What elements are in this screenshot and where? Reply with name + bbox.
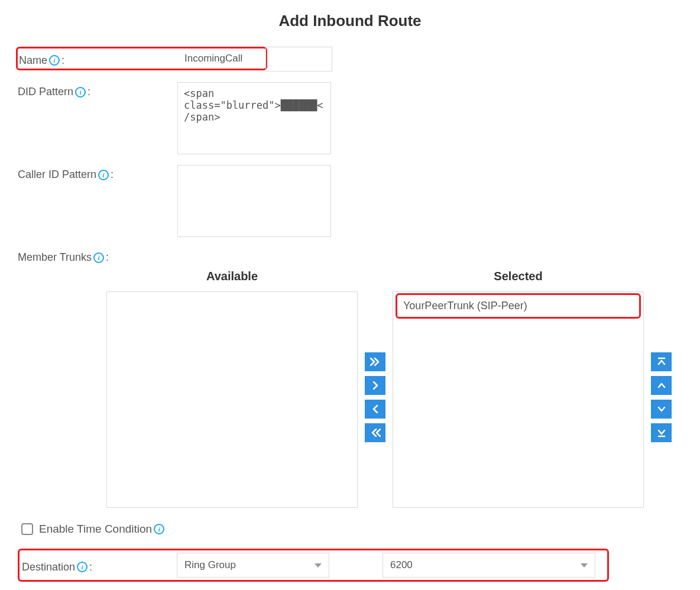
destination-label-wrap: Destination i : [22, 557, 177, 573]
destination-target-value: 6200 [390, 559, 413, 571]
enable-time-condition-label: Enable Time Condition i [39, 523, 166, 536]
colon: : [111, 168, 114, 181]
name-label: Name [19, 54, 47, 67]
reorder-buttons [651, 352, 672, 442]
available-listbox[interactable] [106, 291, 358, 508]
info-icon[interactable]: i [154, 524, 164, 534]
member-trunks-label-wrap: Member Trunks i : [18, 248, 177, 264]
member-trunks-transfer: Available Selected YourPeerTrunk (SIP-Pe… [106, 270, 682, 508]
chevron-down-icon [315, 563, 322, 568]
chevron-down-icon [581, 563, 588, 568]
page-title: Add Inbound Route [18, 12, 682, 30]
move-bottom-button[interactable] [651, 423, 672, 442]
destination-row: Destination i : Ring Group 6200 [18, 549, 609, 582]
destination-target-select[interactable]: 6200 [383, 553, 595, 578]
list-item[interactable]: YourPeerTrunk (SIP-Peer) [400, 297, 637, 315]
colon: : [89, 561, 92, 573]
name-input-tail[interactable] [265, 47, 332, 72]
member-trunks-label: Member Trunks [18, 251, 92, 264]
colon: : [106, 251, 109, 264]
move-buttons [365, 352, 385, 442]
available-header: Available [206, 270, 258, 283]
name-label-wrap: Name i : [19, 51, 179, 67]
cid-label: Caller ID Pattern [18, 168, 96, 181]
colon: : [61, 54, 64, 67]
name-input[interactable] [179, 50, 264, 67]
destination-type-value: Ring Group [184, 559, 236, 571]
info-icon[interactable]: i [49, 55, 60, 66]
info-icon[interactable]: i [93, 252, 104, 263]
move-right-button[interactable] [365, 376, 385, 395]
destination-label: Destination [22, 561, 75, 573]
cid-label-wrap: Caller ID Pattern i : [18, 165, 177, 181]
time-condition-label-text: Enable Time Condition [39, 523, 152, 536]
move-up-button[interactable] [651, 376, 672, 395]
info-icon[interactable]: i [77, 562, 88, 572]
move-all-right-button[interactable] [365, 352, 385, 371]
did-pattern-input[interactable]: <span class="blurred">██████</span> [177, 82, 331, 154]
selected-listbox[interactable]: YourPeerTrunk (SIP-Peer) [393, 291, 644, 508]
info-icon[interactable]: i [98, 170, 109, 180]
did-label: DID Pattern [18, 86, 73, 98]
move-down-button[interactable] [651, 400, 672, 419]
move-all-left-button[interactable] [365, 423, 385, 442]
destination-type-select[interactable]: Ring Group [177, 553, 329, 578]
colon: : [88, 86, 90, 98]
cid-pattern-input[interactable] [177, 165, 331, 237]
info-icon[interactable]: i [75, 87, 86, 98]
enable-time-condition-checkbox[interactable] [21, 523, 33, 535]
move-top-button[interactable] [651, 352, 672, 371]
move-left-button[interactable] [365, 400, 385, 419]
selected-header: Selected [494, 270, 542, 283]
did-label-wrap: DID Pattern i : [18, 82, 177, 98]
